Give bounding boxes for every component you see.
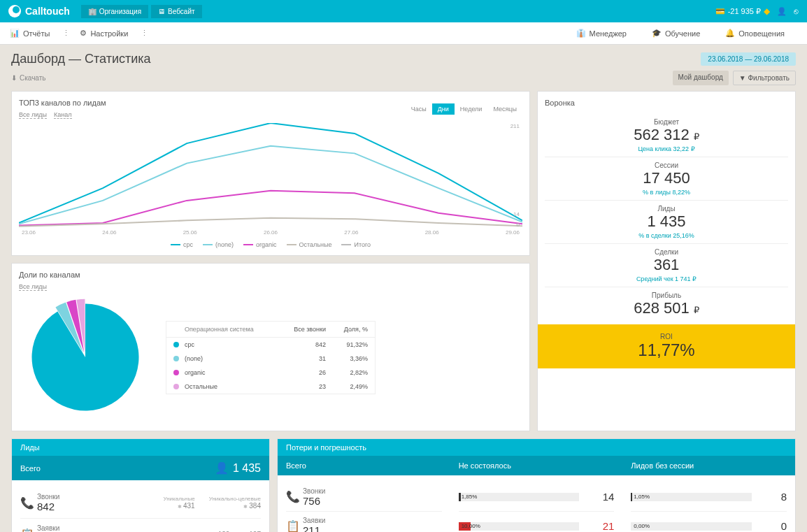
table-row: (none)313,36% — [166, 352, 375, 366]
tab-weeks[interactable]: Недели — [455, 103, 488, 115]
briefcase-icon: 🏢 — [88, 8, 97, 15]
panel-loss: Потери и погрешность Всего Не состоялось… — [277, 438, 796, 532]
panel-top3-channels: ТОП3 каналов по лидам Все лиды Канал Час… — [11, 91, 530, 256]
legend-item[interactable]: Итого — [341, 241, 371, 248]
table-row: cpc84291,32% — [166, 338, 375, 352]
time-tabs: Часы Дни Недели Месяцы — [406, 103, 522, 115]
breadcrumb-site[interactable]: 🖥 Вебсайт — [151, 5, 201, 18]
shares-filter[interactable]: Все лиды — [19, 283, 47, 291]
panel-channel-shares: Доли по каналам Все лиды Операционная си… — [11, 263, 530, 431]
date-range-picker[interactable]: 23.06.2018 — 29.06.2018 — [701, 52, 796, 66]
tab-days[interactable]: Дни — [432, 103, 455, 115]
nav-alerts[interactable]: 🔔Оповещения — [725, 29, 785, 38]
shares-title: Доли по каналам — [19, 271, 522, 279]
phone-icon: 📞 — [286, 490, 303, 503]
page-title: Дашборд — Статистика — [11, 52, 151, 66]
funnel-step: Прибыль628 501 ₽ — [545, 287, 788, 322]
graduation-icon: 🎓 — [652, 29, 662, 38]
loss-row: 📞Звонки756 — [286, 482, 442, 512]
pie-chart — [26, 298, 145, 417]
sliders-icon: ⚙ — [80, 29, 87, 38]
leads-title: Лиды — [12, 439, 269, 456]
panel-funnel: Воронка Бюджет562 312 ₽Цена клика 32,22 … — [537, 91, 796, 431]
legend-item[interactable]: (none) — [203, 241, 234, 248]
legend-item[interactable]: organic — [243, 241, 277, 248]
panel-leads: Лиды Всего 👤1 435 📞Звонки842Уникальные43… — [11, 438, 270, 532]
nav-training[interactable]: 🎓Обучение — [652, 29, 700, 38]
wallet-icon: 💳 — [715, 7, 725, 16]
chart-icon: 📊 — [10, 29, 20, 38]
funnel-step: Сделки361 Средний чек 1 741 ₽ — [545, 243, 788, 287]
topbar: Calltouch 🏢 Организация 🖥 Вебсайт 💳 -21 … — [0, 0, 807, 22]
filter-leads[interactable]: Все лиды — [19, 111, 47, 119]
nav-settings[interactable]: ⚙Настройки — [80, 29, 128, 38]
roi-block: ROI 11,77% — [538, 324, 795, 368]
settings-menu-icon[interactable]: ⋮ — [141, 29, 148, 38]
funnel-icon: ▼ — [739, 74, 746, 82]
legend-item[interactable]: Остальные — [287, 241, 332, 248]
exit-icon[interactable]: ⎋ — [794, 7, 799, 15]
reports-menu-icon[interactable]: ⋮ — [62, 29, 70, 38]
nav-reports[interactable]: 📊Отчёты — [10, 29, 50, 38]
nav-manager[interactable]: 👔Менеджер — [576, 29, 627, 38]
my-dashboard-button[interactable]: Мой дашборд — [673, 71, 729, 85]
loss-row: 📋Заявки211 — [286, 512, 442, 532]
chart-legend: cpc(none)organicОстальныеИтого — [19, 241, 522, 248]
lead-row: 📞Звонки842Уникальные431Уникально-целевые… — [20, 487, 261, 519]
person-icon: 👤 — [215, 461, 229, 475]
tab-months[interactable]: Месяцы — [487, 103, 522, 115]
logo[interactable]: Calltouch — [8, 5, 70, 17]
filter-channel[interactable]: Канал — [54, 111, 71, 119]
subbar: 📊Отчёты ⋮ ⚙Настройки ⋮ 👔Менеджер 🎓Обучен… — [0, 22, 807, 45]
table-row: Остальные232,49% — [166, 380, 375, 394]
top3-title: ТОП3 каналов по лидам — [19, 99, 106, 107]
form-icon: 📋 — [20, 528, 37, 533]
legend-item[interactable]: cpc — [171, 241, 193, 248]
phone-icon: 📞 — [20, 496, 37, 510]
download-icon: ⬇ — [11, 74, 17, 82]
funnel-title: Воронка — [545, 99, 788, 107]
user-icon[interactable]: 👤 — [777, 7, 787, 16]
brand-text: Calltouch — [25, 6, 70, 17]
table-row: organic262,82% — [166, 366, 375, 380]
logo-icon — [8, 5, 21, 17]
form-icon: 📋 — [286, 519, 303, 532]
x-axis-labels: 23.0624.0625.0626.0627.0628.0629.06 — [19, 228, 522, 237]
line-chart: 211 14 0 — [19, 123, 522, 228]
person-icon: 👔 — [576, 29, 586, 38]
pie-table: Операционная система Все звонки Доля, % … — [166, 321, 376, 394]
funnel-step: Лиды1 435 % в сделки 25,16% — [545, 200, 788, 243]
bell-icon: 🔔 — [725, 29, 735, 38]
balance[interactable]: 💳 -21 935 ₽ ◆ — [715, 6, 770, 16]
tab-hours[interactable]: Часы — [406, 103, 432, 115]
lead-row: 📋Заявки211120107 — [20, 519, 261, 532]
download-button[interactable]: ⬇Скачать — [11, 74, 46, 82]
filter-button[interactable]: ▼ Фильтровать — [733, 71, 796, 85]
funnel-step: Бюджет562 312 ₽Цена клика 32,22 ₽ — [545, 114, 788, 157]
loss-title: Потери и погрешность — [278, 439, 795, 456]
breadcrumb-org[interactable]: 🏢 Организация — [81, 5, 148, 18]
funnel-step: Сессии17 450 % в лиды 8,22% — [545, 157, 788, 200]
monitor-icon: 🖥 — [158, 8, 165, 15]
diamond-icon: ◆ — [764, 6, 770, 16]
